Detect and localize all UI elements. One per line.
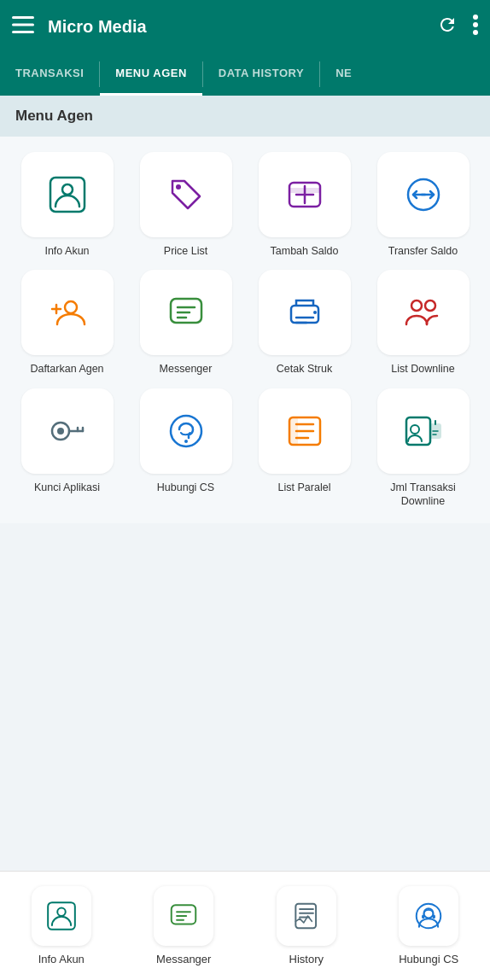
svg-rect-30 xyxy=(295,904,316,929)
bottom-info-akun-label: Info Akun xyxy=(38,953,85,965)
svg-point-15 xyxy=(313,311,317,314)
kunci-aplikasi-label: Kunci Aplikasi xyxy=(34,481,100,494)
bottom-nav: Info Akun Messanger History xyxy=(0,871,490,980)
tab-bar: TRANSAKSI MENU AGEN DATA HISTORY NE xyxy=(0,53,490,96)
svg-point-8 xyxy=(176,184,181,190)
transfer-saldo-label: Transfer Saldo xyxy=(388,244,458,258)
svg-rect-23 xyxy=(289,417,298,445)
svg-point-4 xyxy=(473,22,478,27)
price-list-label: Price List xyxy=(164,244,207,258)
menu-item-transfer-saldo[interactable]: Transfer Saldo xyxy=(370,152,476,258)
svg-rect-0 xyxy=(12,16,34,19)
top-bar-actions xyxy=(437,15,478,39)
svg-rect-34 xyxy=(433,914,435,919)
hubungi-cs-icon-box xyxy=(140,388,232,474)
refresh-icon[interactable] xyxy=(437,15,458,39)
menu-item-kunci-aplikasi[interactable]: Kunci Aplikasi xyxy=(14,388,120,509)
info-akun-icon-box xyxy=(21,152,114,237)
jml-transaksi-downline-label: Jml Transaksi Downline xyxy=(370,481,476,509)
svg-rect-14 xyxy=(291,306,318,323)
jml-transaksi-downline-icon-box xyxy=(377,388,470,474)
tab-transaksi[interactable]: TRANSAKSI xyxy=(0,53,99,96)
section-header: Menu Agen xyxy=(0,96,490,137)
svg-point-12 xyxy=(65,301,77,313)
tab-data-history[interactable]: DATA HISTORY xyxy=(203,53,319,96)
svg-rect-29 xyxy=(172,905,196,924)
svg-rect-33 xyxy=(422,914,424,919)
svg-point-25 xyxy=(411,425,419,434)
svg-point-28 xyxy=(57,908,66,917)
svg-point-3 xyxy=(473,15,478,20)
menu-item-list-paralel[interactable]: List Paralel xyxy=(251,388,358,509)
svg-point-5 xyxy=(473,30,478,35)
bottom-nav-info-akun[interactable]: Info Akun xyxy=(0,886,123,965)
daftarkan-agen-label: Daftarkan Agen xyxy=(30,362,103,376)
bottom-messanger-label: Messanger xyxy=(156,953,211,965)
cetak-struk-icon-box xyxy=(259,270,351,355)
list-paralel-icon-box xyxy=(259,388,351,474)
bottom-hubungi-cs-icon-box xyxy=(399,886,458,946)
bottom-hubungi-cs-label: Hubungi CS xyxy=(399,953,458,965)
bottom-nav-hubungi-cs[interactable]: Hubungi CS xyxy=(368,886,491,965)
svg-point-7 xyxy=(62,184,73,195)
menu-item-price-list[interactable]: Price List xyxy=(132,152,239,258)
svg-point-17 xyxy=(425,300,435,311)
bottom-info-akun-icon-box xyxy=(32,886,91,946)
bottom-history-icon-box xyxy=(277,886,336,946)
info-akun-label: Info Akun xyxy=(44,244,89,258)
messenger-label: Messenger xyxy=(160,362,213,376)
bottom-nav-messanger[interactable]: Messanger xyxy=(123,886,246,965)
menu-item-messenger[interactable]: Messenger xyxy=(132,270,239,376)
hubungi-cs-label: Hubungi CS xyxy=(157,481,214,494)
bottom-history-label: History xyxy=(289,953,324,965)
kunci-aplikasi-icon-box xyxy=(21,388,114,474)
main-content: Menu Agen Info Akun Price List xyxy=(0,96,490,871)
menu-item-cetak-struk[interactable]: Cetak Struk xyxy=(251,270,358,376)
tab-ne[interactable]: NE xyxy=(320,53,367,96)
svg-point-19 xyxy=(57,428,64,435)
price-list-icon-box xyxy=(140,152,232,237)
top-bar: Micro Media xyxy=(0,0,490,53)
svg-rect-13 xyxy=(171,299,201,323)
menu-item-jml-transaksi-downline[interactable]: Jml Transaksi Downline xyxy=(370,388,476,509)
menu-item-daftarkan-agen[interactable]: Daftarkan Agen xyxy=(14,270,120,376)
transfer-saldo-icon-box xyxy=(377,152,470,237)
tambah-saldo-label: Tambah Saldo xyxy=(271,244,339,258)
menu-grid: Info Akun Price List Tambah Saldo xyxy=(0,137,490,523)
tambah-saldo-icon-box xyxy=(259,152,351,237)
svg-point-16 xyxy=(411,300,422,311)
menu-item-info-akun[interactable]: Info Akun xyxy=(14,152,120,258)
svg-rect-10 xyxy=(289,188,320,193)
more-icon[interactable] xyxy=(473,15,478,39)
list-downline-icon-box xyxy=(377,270,470,355)
menu-item-tambah-saldo[interactable]: Tambah Saldo xyxy=(251,152,358,258)
list-downline-label: List Downline xyxy=(391,362,454,376)
svg-rect-2 xyxy=(12,31,34,33)
messenger-icon-box xyxy=(140,270,232,355)
daftarkan-agen-icon-box xyxy=(21,270,114,355)
menu-icon[interactable] xyxy=(12,16,34,37)
list-paralel-label: List Paralel xyxy=(278,481,331,494)
svg-rect-1 xyxy=(12,24,34,26)
bottom-messanger-icon-box xyxy=(154,886,213,946)
cetak-struk-label: Cetak Struk xyxy=(277,362,332,376)
tab-menu-agen[interactable]: MENU AGEN xyxy=(100,53,201,96)
app-title: Micro Media xyxy=(48,17,437,37)
svg-point-21 xyxy=(184,440,188,443)
menu-item-list-downline[interactable]: List Downline xyxy=(370,270,476,376)
bottom-nav-history[interactable]: History xyxy=(245,886,368,965)
menu-item-hubungi-cs[interactable]: Hubungi CS xyxy=(132,388,239,509)
